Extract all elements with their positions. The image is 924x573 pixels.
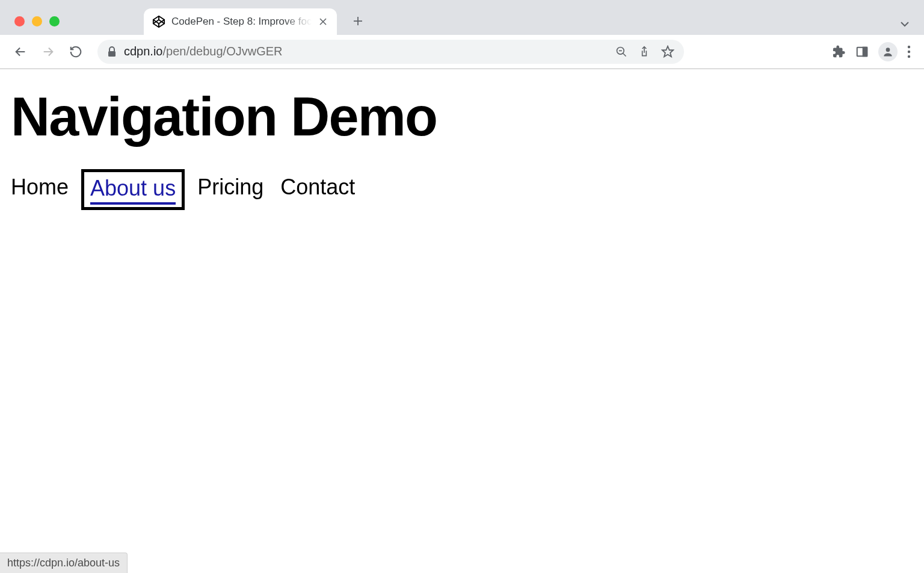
status-bar: https://cdpn.io/about-us [0, 553, 128, 573]
browser-tab[interactable]: CodePen - Step 8: Improve foc [144, 8, 337, 35]
omnibox-actions [615, 45, 674, 58]
svg-line-10 [623, 53, 626, 56]
url-domain: cdpn.io [124, 45, 163, 58]
svg-marker-13 [662, 46, 673, 56]
nav-link-pricing[interactable]: Pricing [197, 173, 263, 201]
svg-rect-16 [863, 47, 867, 56]
reload-button[interactable] [64, 40, 88, 64]
bookmark-star-icon[interactable] [661, 45, 674, 58]
nav-item-contact: Contact [280, 173, 355, 206]
svg-point-19 [908, 50, 910, 52]
zoom-out-icon[interactable] [615, 46, 627, 58]
page-content: Navigation Demo Home About us Pricing Co… [0, 69, 924, 223]
address-bar[interactable]: cdpn.io/pen/debug/OJvwGER [97, 40, 684, 64]
toolbar-right [833, 42, 916, 61]
side-panel-icon[interactable] [855, 45, 869, 58]
svg-point-17 [886, 48, 890, 52]
maximize-window-button[interactable] [49, 16, 60, 26]
kebab-menu-icon[interactable] [907, 45, 911, 58]
nav-link-about-us[interactable]: About us [90, 175, 176, 205]
browser-chrome: CodePen - Step 8: Improve foc [0, 0, 924, 69]
close-tab-button[interactable] [318, 16, 328, 27]
profile-avatar-icon[interactable] [878, 42, 898, 61]
tab-strip: CodePen - Step 8: Improve foc [0, 0, 924, 35]
extensions-icon[interactable] [833, 45, 846, 58]
nav-link-home[interactable]: Home [11, 173, 69, 201]
svg-point-18 [908, 45, 910, 48]
svg-point-20 [908, 55, 910, 57]
minimize-window-button[interactable] [32, 16, 42, 26]
url-text: cdpn.io/pen/debug/OJvwGER [124, 45, 608, 58]
codepen-icon [152, 15, 165, 28]
nav-link-contact[interactable]: Contact [280, 173, 355, 201]
browser-toolbar: cdpn.io/pen/debug/OJvwGER [0, 35, 924, 69]
page-title: Navigation Demo [11, 86, 913, 148]
url-path: /pen/debug/OJvwGER [163, 45, 283, 58]
nav-item-pricing: Pricing [197, 173, 263, 206]
nav-item-about-us: About us [85, 173, 180, 206]
lock-icon [107, 46, 117, 57]
share-icon[interactable] [638, 45, 650, 58]
window-controls [14, 16, 60, 26]
nav-item-home: Home [11, 173, 69, 206]
forward-button[interactable] [36, 40, 60, 64]
new-tab-button[interactable] [349, 12, 367, 30]
tab-title: CodePen - Step 8: Improve foc [171, 16, 312, 28]
navigation-list: Home About us Pricing Contact [11, 173, 913, 206]
svg-rect-8 [108, 51, 116, 57]
tab-overflow-button[interactable] [899, 18, 911, 30]
back-button[interactable] [8, 40, 32, 64]
close-window-button[interactable] [14, 16, 25, 26]
